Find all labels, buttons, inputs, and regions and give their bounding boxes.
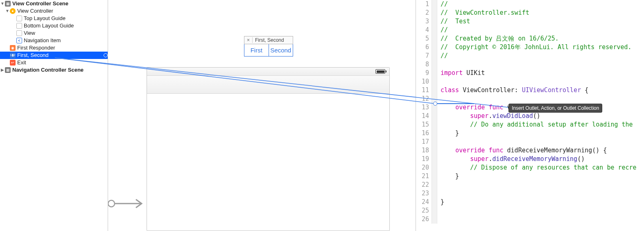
code-line: }: [437, 172, 459, 181]
code-line: [437, 189, 441, 198]
code-line: }: [437, 198, 444, 206]
line-number: 25: [416, 206, 432, 215]
segment-second[interactable]: Second: [269, 44, 293, 56]
segmented-widget-title: First, Second: [253, 37, 293, 43]
nav-scene-label: Navigation Controller Scene: [12, 66, 108, 74]
segmented-control-label: First, Second: [17, 52, 102, 59]
segment-first[interactable]: First: [244, 44, 269, 56]
line-number: 9: [416, 69, 432, 77]
view-label: View: [24, 29, 108, 37]
exit-label: Exit: [17, 59, 108, 66]
first-responder-label: First Responder: [17, 44, 108, 52]
code-line: // Created by 吕文翰 on 16/6/25.: [441, 35, 559, 42]
line-number: 8: [416, 60, 432, 69]
line-number: 21: [416, 172, 432, 181]
line-number: 23: [416, 189, 432, 198]
line-number: 1: [416, 0, 432, 9]
code-line: //: [441, 26, 448, 34]
navigation-item-icon: <: [16, 38, 22, 43]
line-number: 19: [416, 155, 432, 163]
line-number: 26: [416, 215, 432, 224]
interface-builder-canvas[interactable]: × First, Second First Second ● ◉ 1▮2 ↩: [108, 0, 416, 231]
outline-row-segmented-control[interactable]: 1▮2 First, Second: [0, 52, 108, 59]
navigation-bar-preview: [147, 76, 389, 94]
view-icon: [16, 30, 22, 36]
scene-row-view-controller-scene[interactable]: ▼ ▦ View Controller Scene: [0, 0, 108, 7]
scene-label: View Controller Scene: [12, 0, 108, 7]
outline-row-bottom-layout-guide[interactable]: Bottom Layout Guide: [0, 22, 108, 29]
code-line: // Copyright © 2016年 JohnLui. All rights…: [441, 43, 632, 51]
top-layout-guide-label: Top Layout Guide: [24, 15, 108, 22]
line-number: 7: [416, 52, 432, 60]
scene-row-navigation-controller-scene[interactable]: ▶ ▦ Navigation Controller Scene: [0, 66, 108, 74]
line-number: 14: [416, 112, 432, 120]
line-number: 13: [416, 103, 432, 112]
connection-drag-handle-icon[interactable]: [104, 53, 108, 57]
outline-row-top-layout-guide[interactable]: Top Layout Guide: [0, 15, 108, 22]
line-number: 4: [416, 26, 432, 34]
storyboard-scene-icon: ▦: [5, 1, 11, 7]
view-controller-icon: ●: [10, 8, 16, 14]
first-responder-icon: ◉: [10, 45, 16, 51]
code-line: [437, 95, 441, 103]
line-number: 15: [416, 120, 432, 129]
close-icon[interactable]: ×: [244, 37, 253, 43]
line-number: 3: [416, 17, 432, 26]
svg-point-0: [108, 200, 115, 207]
insertion-bar: [437, 103, 474, 104]
outline-row-exit[interactable]: ↩ Exit: [0, 59, 108, 66]
line-number: 6: [416, 43, 432, 52]
code-line: [437, 77, 441, 86]
line-number: 2: [416, 9, 432, 17]
exit-icon: ↩: [10, 60, 16, 66]
code-line: [437, 215, 441, 224]
code-line: [437, 138, 441, 146]
layout-guide-icon: [16, 23, 22, 29]
layout-guide-icon: [16, 16, 22, 21]
outline-row-first-responder[interactable]: ◉ First Responder: [0, 44, 108, 52]
connection-tooltip: Insert Outlet, Action, or Outlet Collect…: [508, 104, 602, 113]
source-editor[interactable]: 1// 2// ViewController.swift 3// Test 4/…: [416, 0, 644, 231]
outline-row-view[interactable]: View: [0, 29, 108, 37]
bottom-layout-guide-label: Bottom Layout Guide: [24, 22, 108, 29]
line-number: 17: [416, 138, 432, 146]
navigation-item-label: Navigation Item: [24, 37, 108, 44]
view-controller-label: View Controller: [17, 7, 108, 15]
segmented-control-widget[interactable]: First Second: [244, 44, 293, 57]
floating-segmented-control[interactable]: × First, Second First Second: [244, 36, 293, 57]
outline-row-navigation-item[interactable]: < Navigation Item: [0, 37, 108, 44]
code-line: }: [437, 129, 459, 138]
code-line: //: [441, 52, 448, 59]
segue-arrow-icon: [108, 199, 147, 211]
line-number: 16: [416, 129, 432, 138]
line-number: 20: [416, 163, 432, 172]
line-number: 11: [416, 86, 432, 95]
device-preview[interactable]: [147, 67, 390, 231]
outline-row-view-controller[interactable]: ▼ ● View Controller: [0, 7, 108, 15]
code-line: [437, 60, 441, 69]
line-number: 22: [416, 181, 432, 189]
segmented-control-icon: 1▮2: [10, 52, 16, 58]
line-number: 5: [416, 34, 432, 43]
insertion-marker-icon: [433, 102, 437, 106]
document-outline[interactable]: ▼ ▦ View Controller Scene ▼ ● View Contr…: [0, 0, 108, 231]
code-line: //: [441, 0, 448, 8]
line-number: 10: [416, 77, 432, 86]
code-line: [437, 181, 441, 189]
status-bar: [147, 68, 389, 76]
storyboard-scene-icon: ▦: [5, 67, 11, 73]
code-line: [437, 206, 441, 215]
line-number: 18: [416, 146, 432, 155]
battery-icon: [375, 69, 385, 74]
line-number: 12: [416, 95, 432, 103]
line-number: 24: [416, 198, 432, 206]
